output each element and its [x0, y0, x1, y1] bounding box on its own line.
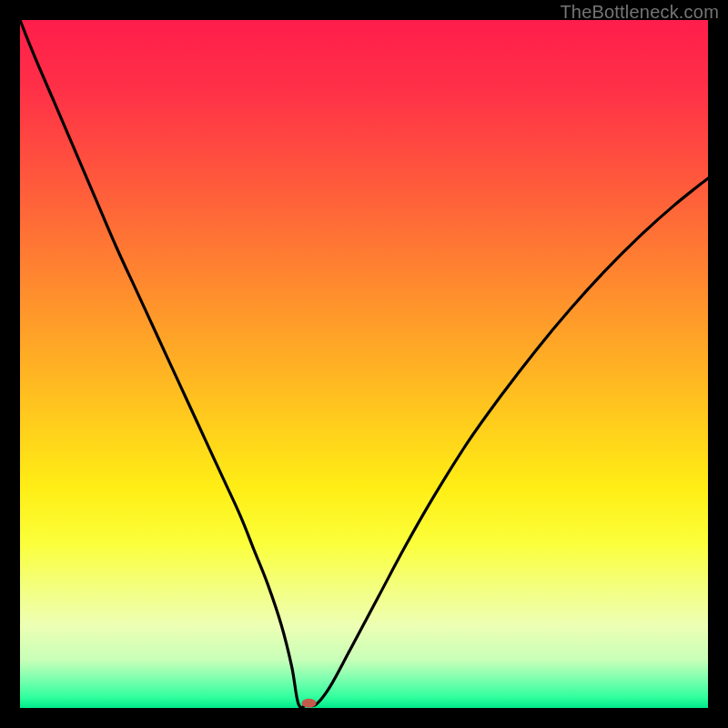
chart-svg: [20, 20, 708, 708]
gradient-background: [20, 20, 708, 708]
watermark-text: TheBottleneck.com: [560, 2, 719, 23]
optimal-marker: [302, 699, 317, 708]
plot-area: [20, 20, 708, 708]
chart-container: TheBottleneck.com: [0, 0, 728, 728]
